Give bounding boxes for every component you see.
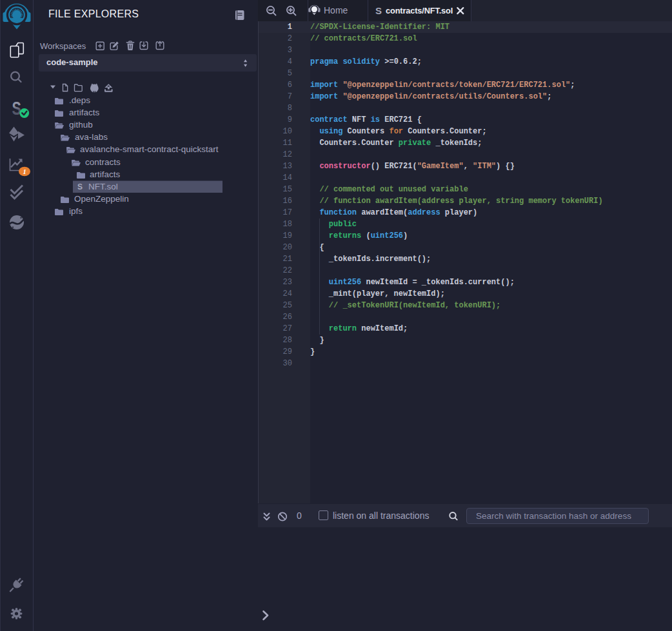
svg-text:S: S: [375, 5, 382, 16]
svg-text:1: 1: [23, 168, 26, 175]
svg-text:S: S: [12, 97, 21, 119]
